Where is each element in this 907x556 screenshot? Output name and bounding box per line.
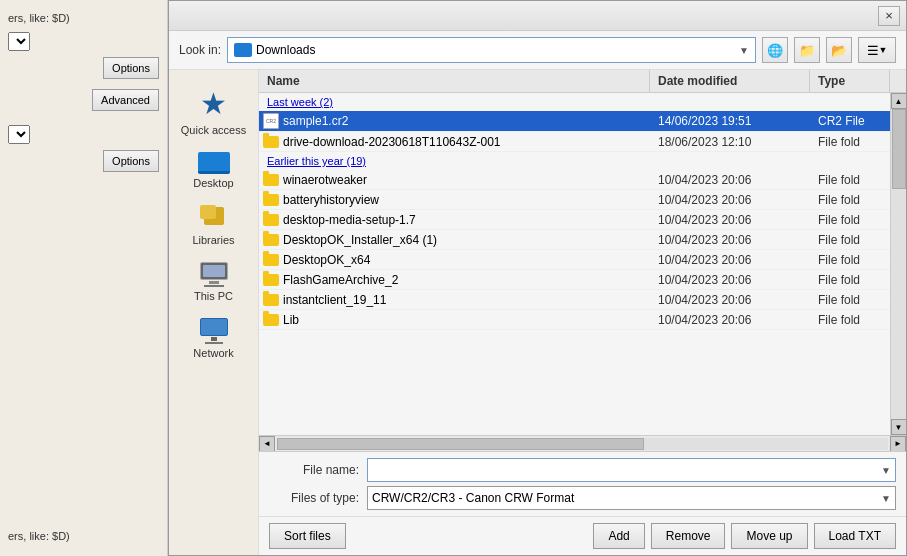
file-type: File fold	[810, 133, 890, 151]
lookin-label: Look in:	[179, 43, 221, 57]
col-name[interactable]: Name	[259, 70, 650, 92]
col-extra	[890, 70, 906, 92]
file-date: 14/06/2023 19:51	[650, 112, 810, 130]
col-type[interactable]: Type	[810, 70, 890, 92]
file-list-container: Name Date modified Type Last week (2) CR…	[259, 70, 906, 555]
file-date: 10/04/2023 20:06	[650, 171, 810, 189]
file-type: File fold	[810, 311, 890, 329]
file-type: File fold	[810, 211, 890, 229]
toolbar: Look in: Downloads ▼ 🌐 📁 📂 ☰ ▼	[169, 31, 906, 70]
folder-icon	[263, 294, 279, 306]
advanced-button[interactable]: Advanced	[92, 89, 159, 111]
file-type: File fold	[810, 291, 890, 309]
table-row[interactable]: winaerotweaker 10/04/2023 20:06 File fol…	[259, 170, 890, 190]
sidebar-item-quick-access[interactable]: ★ Quick access	[169, 80, 258, 142]
load-txt-button[interactable]: Load TXT	[814, 523, 896, 549]
toolbar-btn-web[interactable]: 🌐	[762, 37, 788, 63]
bottom-area: File name: ▼ Files of type: CRW/CR2/CR3 …	[259, 451, 906, 516]
group-label-earlier: Earlier this year (19)	[259, 152, 890, 170]
toolbar-btn-new[interactable]: 📂	[826, 37, 852, 63]
left-dropdown-2[interactable]	[8, 125, 30, 144]
move-up-button[interactable]: Move up	[731, 523, 807, 549]
sort-files-button[interactable]: Sort files	[269, 523, 346, 549]
sidebar-item-label: This PC	[194, 290, 233, 302]
toolbar-btn-view[interactable]: ☰ ▼	[858, 37, 896, 63]
network-icon	[200, 318, 228, 344]
left-panel-title: ers, like: $D)	[8, 10, 159, 26]
horizontal-scrollbar[interactable]: ◄ ►	[259, 435, 906, 451]
toolbar-btn-up[interactable]: 📁	[794, 37, 820, 63]
sidebar-item-this-pc[interactable]: This PC	[169, 256, 258, 308]
sidebar-item-label: Network	[193, 347, 233, 359]
pc-icon	[200, 262, 228, 287]
folder-icon	[263, 254, 279, 266]
lookin-value: Downloads	[256, 43, 735, 57]
scroll-thumb[interactable]	[892, 109, 906, 189]
sidebar-item-label: Libraries	[192, 234, 234, 246]
table-row[interactable]: desktop-media-setup-1.7 10/04/2023 20:06…	[259, 210, 890, 230]
file-name: DesktopOK_x64	[283, 253, 370, 267]
file-type: File fold	[810, 191, 890, 209]
options-button-2[interactable]: Options	[103, 150, 159, 172]
file-name-row: File name: ▼	[269, 458, 896, 482]
file-name: sample1.cr2	[283, 114, 348, 128]
col-date[interactable]: Date modified	[650, 70, 810, 92]
sidebar-item-network[interactable]: Network	[169, 312, 258, 365]
scroll-track	[891, 109, 907, 419]
view-arrow: ▼	[879, 45, 888, 55]
table-row[interactable]: DesktopOK_x64 10/04/2023 20:06 File fold	[259, 250, 890, 270]
lookin-select[interactable]: Downloads ▼	[227, 37, 756, 63]
content-area: ★ Quick access Desktop Libraries	[169, 70, 906, 555]
remove-button[interactable]: Remove	[651, 523, 726, 549]
options-button-1[interactable]: Options	[103, 57, 159, 79]
libraries-icon	[200, 205, 228, 231]
sidebar-item-label: Desktop	[193, 177, 233, 189]
star-icon: ★	[200, 86, 227, 121]
dialog: × Look in: Downloads ▼ 🌐 📁 📂 ☰ ▼ ★ Quick…	[168, 0, 907, 556]
table-row[interactable]: Lib 10/04/2023 20:06 File fold	[259, 310, 890, 330]
left-panel: ers, like: $D) Options Advanced Options …	[0, 0, 168, 556]
file-list-body: Last week (2) CR2 sample1.cr2 14/06/2023…	[259, 93, 890, 435]
file-date: 10/04/2023 20:06	[650, 291, 810, 309]
left-dropdown-1[interactable]	[8, 32, 30, 51]
close-button[interactable]: ×	[878, 6, 900, 26]
sidebar-item-desktop[interactable]: Desktop	[169, 146, 258, 195]
table-row[interactable]: instantclient_19_11 10/04/2023 20:06 Fil…	[259, 290, 890, 310]
folder-icon	[263, 136, 279, 148]
file-name: winaerotweaker	[283, 173, 367, 187]
table-row[interactable]: drive-download-20230618T110643Z-001 18/0…	[259, 132, 890, 152]
file-type: CR2 File	[810, 112, 890, 130]
footer: Sort files Add Remove Move up Load TXT	[259, 516, 906, 555]
file-type: File fold	[810, 271, 890, 289]
folder-icon	[263, 194, 279, 206]
hscroll-left-button[interactable]: ◄	[259, 436, 275, 452]
table-row[interactable]: CR2 sample1.cr2 14/06/2023 19:51 CR2 Fil…	[259, 111, 890, 132]
file-name-input[interactable]: ▼	[367, 458, 896, 482]
table-row[interactable]: DesktopOK_Installer_x64 (1) 10/04/2023 2…	[259, 230, 890, 250]
file-date: 10/04/2023 20:06	[650, 311, 810, 329]
folder-icon	[263, 274, 279, 286]
view-icon: ☰	[867, 43, 879, 58]
hscroll-right-button[interactable]: ►	[890, 436, 906, 452]
hscroll-thumb[interactable]	[277, 438, 644, 450]
file-date: 10/04/2023 20:06	[650, 231, 810, 249]
files-of-type-label: Files of type:	[269, 491, 359, 505]
scroll-up-button[interactable]: ▲	[891, 93, 907, 109]
desktop-icon	[198, 152, 230, 174]
table-row[interactable]: batteryhistoryview 10/04/2023 20:06 File…	[259, 190, 890, 210]
table-row[interactable]: FlashGameArchive_2 10/04/2023 20:06 File…	[259, 270, 890, 290]
file-name: FlashGameArchive_2	[283, 273, 398, 287]
scroll-down-button[interactable]: ▼	[891, 419, 907, 435]
files-of-type-select[interactable]: CRW/CR2/CR3 - Canon CRW Format ▼	[367, 486, 896, 510]
lookin-drive-icon	[234, 43, 252, 57]
group-label-last-week: Last week (2)	[259, 93, 890, 111]
titlebar: ×	[169, 1, 906, 31]
add-button[interactable]: Add	[593, 523, 644, 549]
file-name: DesktopOK_Installer_x64 (1)	[283, 233, 437, 247]
vertical-scrollbar[interactable]: ▲ ▼	[890, 93, 906, 435]
file-date: 18/06/2023 12:10	[650, 133, 810, 151]
file-name-dropdown-arrow: ▼	[881, 465, 891, 476]
sidebar-item-libraries[interactable]: Libraries	[169, 199, 258, 252]
nav-sidebar: ★ Quick access Desktop Libraries	[169, 70, 259, 555]
file-type: File fold	[810, 251, 890, 269]
